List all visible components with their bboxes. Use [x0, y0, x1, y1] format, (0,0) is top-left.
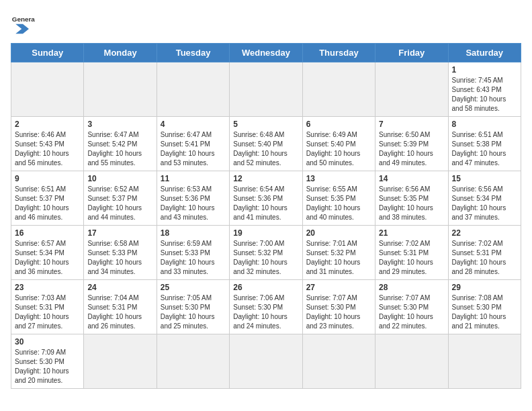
calendar-cell: 12Sunrise: 6:54 AM Sunset: 5:36 PM Dayli… — [230, 171, 302, 226]
calendar-cell — [84, 334, 157, 389]
calendar-cell: 1Sunrise: 7:45 AM Sunset: 6:43 PM Daylig… — [448, 62, 521, 117]
calendar-cell: 2Sunrise: 6:46 AM Sunset: 5:43 PM Daylig… — [11, 117, 84, 171]
day-info: Sunrise: 7:04 AM Sunset: 5:31 PM Dayligh… — [87, 293, 152, 331]
day-number: 30 — [15, 337, 80, 347]
day-number: 5 — [233, 120, 298, 129]
calendar-cell: 9Sunrise: 6:51 AM Sunset: 5:37 PM Daylig… — [11, 171, 84, 226]
calendar-cell: 21Sunrise: 7:02 AM Sunset: 5:31 PM Dayli… — [375, 226, 448, 280]
day-number: 13 — [306, 174, 371, 183]
day-info: Sunrise: 7:09 AM Sunset: 5:30 PM Dayligh… — [15, 348, 80, 385]
day-info: Sunrise: 6:48 AM Sunset: 5:40 PM Dayligh… — [233, 130, 298, 168]
day-info: Sunrise: 7:45 AM Sunset: 6:43 PM Dayligh… — [452, 76, 517, 113]
day-info: Sunrise: 7:06 AM Sunset: 5:30 PM Dayligh… — [233, 293, 298, 331]
calendar-cell: 4Sunrise: 6:47 AM Sunset: 5:41 PM Daylig… — [157, 117, 229, 171]
day-number: 15 — [452, 174, 517, 183]
calendar-cell: 25Sunrise: 7:05 AM Sunset: 5:30 PM Dayli… — [157, 280, 229, 334]
day-number: 29 — [452, 283, 517, 292]
day-info: Sunrise: 6:47 AM Sunset: 5:42 PM Dayligh… — [87, 130, 152, 168]
calendar-cell — [230, 334, 302, 389]
calendar-cell — [157, 334, 229, 389]
day-info: Sunrise: 7:00 AM Sunset: 5:32 PM Dayligh… — [233, 239, 298, 277]
day-number: 2 — [15, 120, 80, 129]
calendar-header-row: SundayMondayTuesdayWednesdayThursdayFrid… — [11, 44, 521, 62]
logo: General — [11, 11, 38, 35]
calendar-cell: 5Sunrise: 6:48 AM Sunset: 5:40 PM Daylig… — [230, 117, 302, 171]
day-info: Sunrise: 7:08 AM Sunset: 5:30 PM Dayligh… — [452, 293, 517, 331]
day-number: 27 — [306, 283, 371, 292]
day-number: 3 — [87, 120, 152, 129]
calendar-cell — [11, 62, 84, 117]
day-number: 20 — [306, 228, 371, 238]
day-of-week-header: Wednesday — [230, 44, 302, 62]
day-info: Sunrise: 6:55 AM Sunset: 5:35 PM Dayligh… — [306, 185, 371, 222]
day-info: Sunrise: 7:07 AM Sunset: 5:30 PM Dayligh… — [379, 293, 444, 331]
calendar-cell: 28Sunrise: 7:07 AM Sunset: 5:30 PM Dayli… — [375, 280, 448, 334]
calendar-cell — [375, 62, 448, 117]
day-number: 26 — [233, 283, 298, 292]
day-info: Sunrise: 6:57 AM Sunset: 5:34 PM Dayligh… — [15, 239, 80, 277]
day-of-week-header: Sunday — [11, 44, 84, 62]
day-info: Sunrise: 6:50 AM Sunset: 5:39 PM Dayligh… — [379, 130, 444, 168]
calendar-cell — [375, 334, 448, 389]
day-info: Sunrise: 6:54 AM Sunset: 5:36 PM Dayligh… — [233, 185, 298, 222]
day-info: Sunrise: 7:05 AM Sunset: 5:30 PM Dayligh… — [161, 293, 226, 331]
svg-marker-1 — [15, 24, 29, 34]
day-info: Sunrise: 6:51 AM Sunset: 5:38 PM Dayligh… — [452, 130, 517, 168]
day-number: 14 — [379, 174, 444, 183]
day-info: Sunrise: 6:46 AM Sunset: 5:43 PM Dayligh… — [15, 130, 80, 168]
day-number: 25 — [161, 283, 226, 292]
calendar-cell: 30Sunrise: 7:09 AM Sunset: 5:30 PM Dayli… — [11, 334, 84, 389]
calendar-cell: 3Sunrise: 6:47 AM Sunset: 5:42 PM Daylig… — [84, 117, 157, 171]
day-number: 1 — [452, 65, 517, 75]
calendar-cell — [157, 62, 229, 117]
calendar-cell: 6Sunrise: 6:49 AM Sunset: 5:40 PM Daylig… — [302, 117, 375, 171]
day-info: Sunrise: 6:56 AM Sunset: 5:34 PM Dayligh… — [452, 185, 517, 222]
page-header: General — [11, 11, 521, 35]
day-number: 21 — [379, 228, 444, 238]
day-number: 7 — [379, 120, 444, 129]
day-info: Sunrise: 7:02 AM Sunset: 5:31 PM Dayligh… — [379, 239, 444, 277]
calendar-cell: 8Sunrise: 6:51 AM Sunset: 5:38 PM Daylig… — [448, 117, 521, 171]
calendar-cell: 26Sunrise: 7:06 AM Sunset: 5:30 PM Dayli… — [230, 280, 302, 334]
calendar-cell: 19Sunrise: 7:00 AM Sunset: 5:32 PM Dayli… — [230, 226, 302, 280]
day-number: 17 — [87, 228, 152, 238]
day-info: Sunrise: 6:51 AM Sunset: 5:37 PM Dayligh… — [15, 185, 80, 222]
day-number: 4 — [161, 120, 226, 129]
day-info: Sunrise: 6:58 AM Sunset: 5:33 PM Dayligh… — [87, 239, 152, 277]
calendar-cell: 16Sunrise: 6:57 AM Sunset: 5:34 PM Dayli… — [11, 226, 84, 280]
day-number: 8 — [452, 120, 517, 129]
calendar-cell — [84, 62, 157, 117]
day-of-week-header: Monday — [84, 44, 157, 62]
calendar-cell: 22Sunrise: 7:02 AM Sunset: 5:31 PM Dayli… — [448, 226, 521, 280]
day-number: 16 — [15, 228, 80, 238]
day-info: Sunrise: 6:53 AM Sunset: 5:36 PM Dayligh… — [161, 185, 226, 222]
calendar-cell — [302, 334, 375, 389]
day-number: 22 — [452, 228, 517, 238]
calendar-week-row: 9Sunrise: 6:51 AM Sunset: 5:37 PM Daylig… — [11, 171, 521, 226]
day-number: 24 — [87, 283, 152, 292]
day-info: Sunrise: 6:49 AM Sunset: 5:40 PM Dayligh… — [306, 130, 371, 168]
calendar-cell: 29Sunrise: 7:08 AM Sunset: 5:30 PM Dayli… — [448, 280, 521, 334]
calendar-cell: 24Sunrise: 7:04 AM Sunset: 5:31 PM Dayli… — [84, 280, 157, 334]
calendar-cell: 15Sunrise: 6:56 AM Sunset: 5:34 PM Dayli… — [448, 171, 521, 226]
day-info: Sunrise: 7:03 AM Sunset: 5:31 PM Dayligh… — [15, 293, 80, 331]
day-of-week-header: Saturday — [448, 44, 521, 62]
day-number: 9 — [15, 174, 80, 183]
day-of-week-header: Tuesday — [157, 44, 229, 62]
calendar-cell — [230, 62, 302, 117]
calendar-cell: 20Sunrise: 7:01 AM Sunset: 5:32 PM Dayli… — [302, 226, 375, 280]
calendar-week-row: 2Sunrise: 6:46 AM Sunset: 5:43 PM Daylig… — [11, 117, 521, 171]
day-info: Sunrise: 6:52 AM Sunset: 5:37 PM Dayligh… — [87, 185, 152, 222]
calendar-cell — [448, 334, 521, 389]
day-number: 6 — [306, 120, 371, 129]
calendar-cell: 27Sunrise: 7:07 AM Sunset: 5:30 PM Dayli… — [302, 280, 375, 334]
day-info: Sunrise: 7:07 AM Sunset: 5:30 PM Dayligh… — [306, 293, 371, 331]
calendar-week-row: 16Sunrise: 6:57 AM Sunset: 5:34 PM Dayli… — [11, 226, 521, 280]
calendar-week-row: 23Sunrise: 7:03 AM Sunset: 5:31 PM Dayli… — [11, 280, 521, 334]
day-number: 11 — [161, 174, 226, 183]
calendar-cell: 14Sunrise: 6:56 AM Sunset: 5:35 PM Dayli… — [375, 171, 448, 226]
generalblue-logo-icon: General — [11, 11, 35, 35]
calendar-cell: 17Sunrise: 6:58 AM Sunset: 5:33 PM Dayli… — [84, 226, 157, 280]
calendar-cell: 10Sunrise: 6:52 AM Sunset: 5:37 PM Dayli… — [84, 171, 157, 226]
day-info: Sunrise: 6:47 AM Sunset: 5:41 PM Dayligh… — [161, 130, 226, 168]
